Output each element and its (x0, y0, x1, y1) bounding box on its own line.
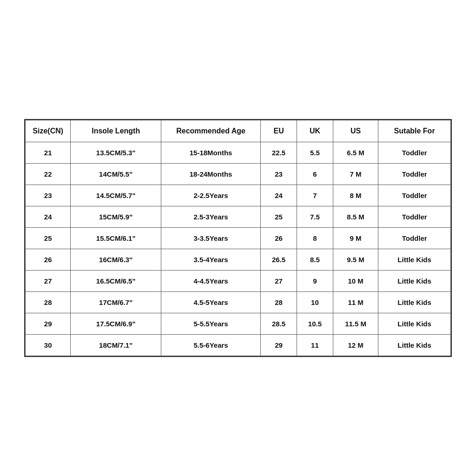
cell-eu: 25 (261, 206, 297, 228)
table-row: 2616CM/6.3"3.5-4Years26.58.59.5 MLittle … (26, 249, 451, 271)
cell-suitable: Little Kids (378, 292, 451, 313)
cell-insole: 18CM/7.1" (71, 335, 161, 356)
cell-insole: 13.5CM/5.3" (71, 142, 161, 164)
cell-insole: 16CM/6.3" (71, 249, 161, 271)
cell-age: 15-18Months (161, 142, 261, 164)
cell-eu: 29 (261, 335, 297, 356)
cell-insole: 16.5CM/6.5" (71, 271, 161, 292)
table-row: 2415CM/5.9"2.5-3Years257.58.5 MToddler (26, 206, 451, 228)
cell-size_cn: 27 (26, 271, 71, 292)
cell-age: 3.5-4Years (161, 249, 261, 271)
cell-insole: 17.5CM/6.9" (71, 313, 161, 335)
cell-us: 11.5 M (333, 313, 378, 335)
cell-uk: 8 (297, 228, 333, 249)
cell-uk: 10 (297, 292, 333, 313)
cell-suitable: Little Kids (378, 271, 451, 292)
cell-uk: 5.5 (297, 142, 333, 164)
cell-us: 8 M (333, 185, 378, 206)
cell-us: 9.5 M (333, 249, 378, 271)
table-row: 2113.5CM/5.3"15-18Months22.55.56.5 MTodd… (26, 142, 451, 164)
cell-suitable: Little Kids (378, 249, 451, 271)
cell-age: 3-3.5Years (161, 228, 261, 249)
column-header-eu: EU (261, 120, 297, 142)
table-row: 2314.5CM/5.7"2-2.5Years2478 MToddler (26, 185, 451, 206)
cell-us: 7 M (333, 164, 378, 185)
cell-eu: 28.5 (261, 313, 297, 335)
table-row: 2817CM/6.7"4.5-5Years281011 MLittle Kids (26, 292, 451, 313)
cell-eu: 26 (261, 228, 297, 249)
table-row: 2214CM/5.5"18-24Months2367 MToddler (26, 164, 451, 185)
cell-size_cn: 29 (26, 313, 71, 335)
cell-uk: 7.5 (297, 206, 333, 228)
size-chart-container: Size(CN)Insole LengthRecommended AgeEUUK… (24, 119, 452, 357)
table-row: 2716.5CM/6.5"4-4.5Years27910 MLittle Kid… (26, 271, 451, 292)
cell-age: 4-4.5Years (161, 271, 261, 292)
cell-eu: 27 (261, 271, 297, 292)
column-header-size_cn: Size(CN) (26, 120, 71, 142)
column-header-insole: Insole Length (71, 120, 161, 142)
cell-size_cn: 25 (26, 228, 71, 249)
cell-suitable: Toddler (378, 164, 451, 185)
cell-eu: 23 (261, 164, 297, 185)
column-header-us: US (333, 120, 378, 142)
column-header-age: Recommended Age (161, 120, 261, 142)
cell-size_cn: 30 (26, 335, 71, 356)
cell-size_cn: 28 (26, 292, 71, 313)
cell-age: 5-5.5Years (161, 313, 261, 335)
cell-eu: 22.5 (261, 142, 297, 164)
cell-age: 18-24Months (161, 164, 261, 185)
cell-us: 11 M (333, 292, 378, 313)
cell-us: 10 M (333, 271, 378, 292)
size-chart-table: Size(CN)Insole LengthRecommended AgeEUUK… (25, 120, 451, 356)
cell-insole: 14CM/5.5" (71, 164, 161, 185)
cell-insole: 15CM/5.9" (71, 206, 161, 228)
cell-size_cn: 22 (26, 164, 71, 185)
cell-uk: 10.5 (297, 313, 333, 335)
cell-age: 4.5-5Years (161, 292, 261, 313)
cell-insole: 14.5CM/5.7" (71, 185, 161, 206)
cell-uk: 9 (297, 271, 333, 292)
table-row: 2917.5CM/6.9"5-5.5Years28.510.511.5 MLit… (26, 313, 451, 335)
cell-eu: 28 (261, 292, 297, 313)
cell-suitable: Toddler (378, 228, 451, 249)
column-header-suitable: Sutable For (378, 120, 451, 142)
cell-age: 5.5-6Years (161, 335, 261, 356)
cell-size_cn: 23 (26, 185, 71, 206)
table-header-row: Size(CN)Insole LengthRecommended AgeEUUK… (26, 120, 451, 142)
cell-suitable: Toddler (378, 185, 451, 206)
cell-age: 2.5-3Years (161, 206, 261, 228)
cell-uk: 11 (297, 335, 333, 356)
cell-us: 9 M (333, 228, 378, 249)
cell-us: 6.5 M (333, 142, 378, 164)
cell-insole: 17CM/6.7" (71, 292, 161, 313)
cell-size_cn: 21 (26, 142, 71, 164)
cell-eu: 24 (261, 185, 297, 206)
cell-uk: 6 (297, 164, 333, 185)
cell-size_cn: 24 (26, 206, 71, 228)
column-header-uk: UK (297, 120, 333, 142)
cell-us: 12 M (333, 335, 378, 356)
cell-uk: 8.5 (297, 249, 333, 271)
cell-age: 2-2.5Years (161, 185, 261, 206)
cell-uk: 7 (297, 185, 333, 206)
cell-suitable: Toddler (378, 206, 451, 228)
cell-size_cn: 26 (26, 249, 71, 271)
cell-suitable: Toddler (378, 142, 451, 164)
cell-suitable: Little Kids (378, 313, 451, 335)
table-row: 2515.5CM/6.1"3-3.5Years2689 MToddler (26, 228, 451, 249)
cell-suitable: Little Kids (378, 335, 451, 356)
table-row: 3018CM/7.1"5.5-6Years291112 MLittle Kids (26, 335, 451, 356)
cell-insole: 15.5CM/6.1" (71, 228, 161, 249)
cell-us: 8.5 M (333, 206, 378, 228)
cell-eu: 26.5 (261, 249, 297, 271)
